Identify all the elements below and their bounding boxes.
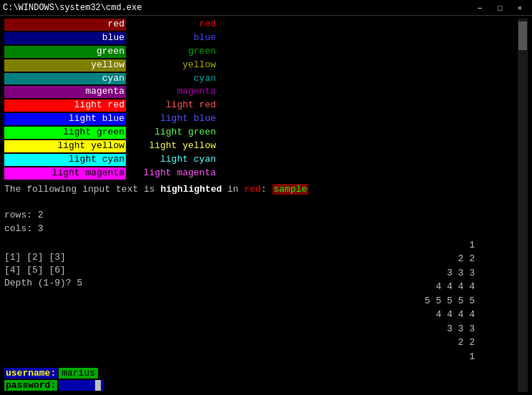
- diamond-line: 3 3 3: [425, 266, 475, 281]
- window: C:\WINDOWS\system32\cmd.exe − □ × redred…: [0, 0, 532, 395]
- titlebar: C:\WINDOWS\system32\cmd.exe − □ ×: [0, 0, 532, 16]
- diamond-line: 1: [425, 238, 475, 253]
- color-label-left: light yellow: [4, 140, 126, 152]
- color-row: cyancyan: [4, 73, 518, 85]
- color-label-right: magenta: [126, 86, 219, 98]
- color-row: light cyanlight cyan: [4, 154, 518, 166]
- matrix-blank: [4, 238, 425, 251]
- color-label-left: light blue: [4, 113, 126, 125]
- color-row: magentamagenta: [4, 86, 518, 98]
- color-table: redredbluebluegreengreenyellowyellowcyan…: [4, 19, 518, 180]
- stats-rows: [4, 196, 518, 209]
- matrix-area: [1] [2] [3] [4] [5] [6] Depth (1-9)? 5 1…: [4, 238, 518, 364]
- color-row: blueblue: [4, 32, 518, 44]
- info-line: The following input text is highlighted …: [4, 182, 518, 197]
- color-row: light redlight red: [4, 99, 518, 112]
- info-colon: :: [261, 184, 267, 195]
- bottom-inputs: username: marius password: ------: [4, 368, 518, 391]
- info-prefix: The following input text is: [4, 184, 160, 195]
- username-line: username: marius: [4, 368, 518, 379]
- color-row: redred: [4, 19, 518, 31]
- color-label-right: blue: [126, 32, 219, 44]
- stats-cols-line: cols: 3: [4, 223, 518, 235]
- info-middle: in: [222, 184, 244, 195]
- diamond-line: 4 4 4 4: [425, 308, 475, 322]
- color-row: light yellowlight yellow: [4, 140, 518, 152]
- color-row: yellowyellow: [4, 59, 518, 72]
- color-label-right: light blue: [126, 113, 219, 125]
- scrollbar[interactable]: [518, 19, 528, 392]
- info-highlighted: highlighted: [160, 184, 222, 195]
- color-label-right: red: [126, 19, 219, 31]
- color-label-left: green: [4, 46, 126, 58]
- color-label-left: yellow: [4, 59, 126, 72]
- password-label: password:: [4, 380, 57, 391]
- color-row: light greenlight green: [4, 127, 518, 139]
- color-label-right: light green: [126, 127, 219, 139]
- stats-rows-line: rows: 2: [4, 209, 518, 222]
- diamond-line: 2 2: [425, 336, 475, 350]
- color-label-left: cyan: [4, 73, 126, 85]
- info-red-word: red: [244, 184, 260, 195]
- color-label-left: red: [4, 19, 126, 31]
- color-label-right: light cyan: [126, 154, 219, 166]
- username-value: marius: [59, 368, 98, 379]
- diamond-line: 5 5 5 5 5: [425, 294, 475, 308]
- close-button[interactable]: ×: [511, 1, 529, 14]
- color-label-right: yellow: [126, 59, 219, 72]
- console-area: redredbluebluegreengreenyellowyellowcyan…: [0, 16, 532, 395]
- matrix-line2: [4] [5] [6]: [4, 264, 425, 277]
- diamond-line: 3 3 3: [425, 322, 475, 336]
- color-label-right: light red: [126, 99, 219, 112]
- color-label-right: green: [126, 46, 219, 58]
- password-line: password: ------: [4, 380, 518, 391]
- color-label-left: magenta: [4, 86, 126, 98]
- color-label-right: cyan: [126, 73, 219, 85]
- diamond-line: 2 2: [425, 252, 475, 266]
- diamond-display: 1 2 2 3 3 3 4 4 4 45 5 5 5 5 4 4 4 4 3 3…: [425, 238, 518, 364]
- password-value: ------: [59, 380, 104, 391]
- window-controls: − □ ×: [471, 1, 529, 14]
- matrix-line1: [1] [2] [3]: [4, 251, 425, 264]
- color-row: greengreen: [4, 46, 518, 58]
- maximize-button[interactable]: □: [491, 1, 509, 14]
- color-label-right: light magenta: [126, 167, 219, 180]
- window-title: C:\WINDOWS\system32\cmd.exe: [3, 3, 142, 13]
- color-label-left: light red: [4, 99, 126, 112]
- diamond-line: 4 4 4 4: [425, 280, 475, 294]
- cursor: [95, 380, 101, 391]
- console-content: redredbluebluegreengreenyellowyellowcyan…: [4, 19, 518, 392]
- username-label: username:: [4, 368, 57, 379]
- color-label-left: light green: [4, 127, 126, 139]
- color-label-left: light magenta: [4, 167, 126, 180]
- left-content: [1] [2] [3] [4] [5] [6] Depth (1-9)? 5: [4, 238, 425, 364]
- color-row: light magentalight magenta: [4, 167, 518, 180]
- info-sample: sample: [272, 184, 309, 195]
- color-label-right: light yellow: [126, 140, 219, 152]
- matrix-depth: Depth (1-9)? 5: [4, 277, 425, 290]
- color-label-left: light cyan: [4, 154, 126, 166]
- color-row: light bluelight blue: [4, 113, 518, 125]
- scrollbar-thumb[interactable]: [518, 21, 527, 50]
- minimize-button[interactable]: −: [471, 1, 489, 14]
- diamond-line: 1: [425, 350, 475, 364]
- color-label-left: blue: [4, 32, 126, 44]
